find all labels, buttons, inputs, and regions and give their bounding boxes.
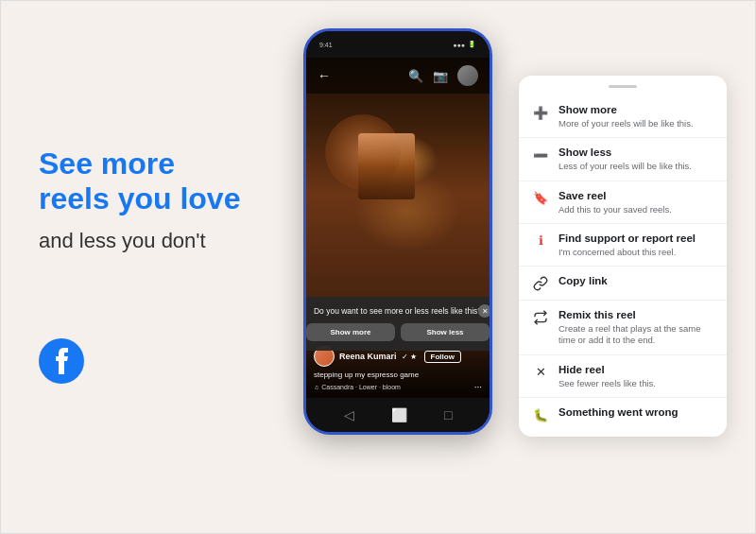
option-copy-link-title: Copy link (558, 274, 608, 288)
follow-button[interactable]: Follow (424, 351, 461, 363)
camera-icon[interactable]: 📷 (433, 69, 448, 83)
option-hide-reel-title: Hide reel (558, 363, 656, 377)
option-show-more-desc: More of your reels will be like this. (558, 118, 694, 129)
option-remix[interactable]: Remix this reel Create a reel that plays… (519, 300, 727, 354)
option-show-more-title: Show more (558, 103, 694, 117)
music-icon: ♫ (314, 384, 318, 390)
report-icon: ℹ (532, 233, 549, 250)
user-icons: ✓ ★ (402, 353, 417, 361)
right-section: 9:41 ●●● 🔋 ← 🔍 📷 (256, 19, 727, 515)
show-less-icon: ➖ (532, 146, 549, 164)
show-more-icon: ➕ (532, 104, 549, 121)
bug-icon: 🐛 (532, 406, 549, 423)
back-icon[interactable]: ← (318, 68, 331, 83)
option-report-text: Find support or report reel I'm concerne… (558, 232, 696, 258)
option-save-reel-title: Save reel (558, 189, 672, 203)
option-save-reel[interactable]: 🔖 Save reel Add this to your saved reels… (519, 181, 727, 223)
options-panel: ➕ Show more More of your reels will be l… (519, 76, 727, 437)
option-show-less-desc: Less of your reels will be like this. (558, 161, 692, 172)
option-remix-title: Remix this reel (558, 308, 713, 322)
headline-line2: reels you love (39, 181, 240, 215)
option-remix-text: Remix this reel Create a reel that plays… (558, 308, 713, 347)
avatar[interactable] (457, 65, 478, 86)
popup-show-less-button[interactable]: Show less (401, 323, 490, 341)
remix-icon (532, 309, 549, 326)
subheadline: and less you don't (39, 229, 256, 253)
phone-bottom-bar: ◁ ⬜ □ (306, 398, 490, 432)
verified-icon: ✓ (402, 353, 408, 361)
option-something-wrong-title: Something went wrong (558, 405, 679, 420)
save-reel-icon: 🔖 (532, 190, 549, 207)
option-show-less-title: Show less (558, 146, 692, 160)
hide-reel-icon: ✕ (532, 364, 549, 381)
headline: See more reels you love (39, 146, 256, 216)
topbar-actions: 🔍 📷 (408, 65, 478, 86)
headline-line1: See more (39, 146, 175, 181)
nav-back-icon[interactable]: ◁ (344, 407, 354, 422)
popup-close-button[interactable]: ✕ (478, 304, 490, 318)
option-report-title: Find support or report reel (558, 232, 696, 246)
option-copy-link-text: Copy link (558, 274, 608, 288)
star-icon: ★ (410, 353, 417, 361)
option-show-more-text: Show more More of your reels will be lik… (558, 103, 694, 129)
option-remix-desc: Create a reel that plays at the same tim… (558, 323, 713, 347)
option-something-wrong[interactable]: 🐛 Something went wrong (519, 397, 727, 431)
option-hide-reel-desc: See fewer reels like this. (558, 378, 656, 389)
phone-topbar: ← 🔍 📷 (306, 58, 490, 94)
copy-link-icon (532, 275, 549, 292)
option-hide-reel[interactable]: ✕ Hide reel See fewer reels like this. (519, 354, 727, 397)
option-save-reel-desc: Add this to your saved reels. (558, 204, 672, 215)
page-wrapper: See more reels you love and less you don… (1, 0, 755, 534)
phone-mockup: 9:41 ●●● 🔋 ← 🔍 📷 (303, 28, 492, 435)
popup-show-more-button[interactable]: Show more (306, 323, 395, 341)
option-show-less[interactable]: ➖ Show less Less of your reels will be l… (519, 137, 727, 180)
option-copy-link[interactable]: Copy link (519, 266, 727, 300)
option-show-less-text: Show less Less of your reels will be lik… (558, 146, 692, 172)
reel-content: Reena Kumari ✓ ★ Follow stepping up my e… (306, 58, 490, 398)
phone-popup: ✕ Do you want to see more or less reels … (306, 297, 490, 351)
nav-home-icon[interactable]: ⬜ (391, 407, 407, 422)
option-something-wrong-text: Something went wrong (558, 405, 679, 420)
option-show-more[interactable]: ➕ Show more More of your reels will be l… (519, 95, 727, 137)
option-report-desc: I'm concerned about this reel. (558, 247, 696, 258)
reel-audio: ♫ Cassandra · Lower · bloom ··· (314, 382, 482, 392)
facebook-logo-icon (39, 338, 84, 384)
option-hide-reel-text: Hide reel See fewer reels like this. (558, 363, 656, 389)
phone-status-bar: 9:41 ●●● 🔋 (306, 31, 490, 58)
reel-caption: stepping up my espresso game (314, 370, 482, 379)
popup-title: Do you want to see more or less reels li… (306, 306, 490, 316)
option-save-reel-text: Save reel Add this to your saved reels. (558, 189, 672, 215)
left-section: See more reels you love and less you don… (29, 146, 256, 388)
option-report[interactable]: ℹ Find support or report reel I'm concer… (519, 223, 727, 266)
search-icon[interactable]: 🔍 (408, 69, 423, 83)
nav-recent-icon[interactable]: □ (444, 407, 452, 422)
more-icon[interactable]: ··· (474, 382, 482, 392)
panel-handle (609, 85, 637, 88)
popup-buttons: Show more Show less (306, 323, 490, 341)
audio-text: Cassandra · Lower · bloom (321, 384, 401, 390)
username: Reena Kumari (339, 352, 397, 361)
